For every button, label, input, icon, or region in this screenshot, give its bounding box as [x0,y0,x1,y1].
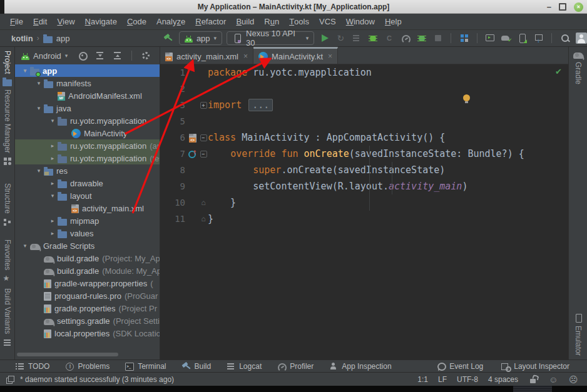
tree-row-app[interactable]: ▾app [15,64,160,77]
chevron-down-icon[interactable]: ▾ [34,168,44,174]
breadcrumb-item[interactable]: app [56,34,70,43]
menu-run[interactable]: Run [259,14,284,29]
device-select[interactable]: Nexus 10 API 30▾ [227,31,314,45]
debug-button[interactable] [367,32,379,44]
toolwindow-app-inspection[interactable]: App Inspection [329,361,391,371]
project-view-selector[interactable]: Android [33,51,61,61]
status-message[interactable]: * daemon started successfully (3 minutes… [20,375,174,384]
close-button[interactable]: × [574,3,583,12]
make-project-button[interactable] [163,32,175,44]
run-config-select[interactable]: app▾ [179,31,222,45]
tree-row-mipmap[interactable]: ▸mipmap [15,214,160,227]
code-line-1[interactable]: 1package ru.yotc.myapplication [160,64,568,81]
toolwindow-build[interactable]: Build [181,361,212,371]
code-line-11[interactable]: 11⌂} [160,211,568,227]
fold-marker[interactable]: + [199,102,208,109]
line-ending[interactable]: LF [438,375,447,384]
menu-navigate[interactable]: Navigate [80,14,122,29]
toolwindow-logcat[interactable]: Logcat [226,361,262,371]
encoding[interactable]: UTF-8 [457,375,478,384]
chevron-down-icon[interactable]: ▾ [48,118,58,124]
close-icon[interactable]: × [328,52,332,61]
fold-end-icon[interactable]: ⌂ [201,215,205,223]
code-line-7[interactable]: 7− override fun onCreate(savedInstanceSt… [160,146,568,162]
code-line-2[interactable]: 2 [160,81,568,97]
chevron-down-icon[interactable]: ▾ [48,193,58,199]
chevron-down-icon[interactable]: ▾ [20,243,30,249]
left-strip-structure[interactable]: Structure [0,183,14,227]
tree-row-mainactivity[interactable]: MainActivity [15,127,160,139]
menu-analyze[interactable]: Analyze [151,14,190,29]
chevron-right-icon[interactable]: ▸ [48,143,58,149]
run-on-emulator-button[interactable] [484,32,496,44]
code-line-9[interactable]: 9 setContentView(R.layout.activity_main) [160,178,568,194]
horizontal-scrollbar[interactable] [17,353,118,356]
fold-marker[interactable]: ⌂ [199,199,208,206]
menu-file[interactable]: File [5,14,28,29]
tab-activity-main-xml[interactable]: activity_main.xml× [160,47,253,64]
profile-button[interactable] [400,32,412,44]
right-strip-emulator[interactable]: Emulator [569,313,587,356]
toolwindow-layout-inspector[interactable]: Layout Inspector [501,361,569,371]
tree-row-values[interactable]: ▸values [15,227,160,239]
tree-row-gradle-wrapper-properties[interactable]: gradle-wrapper.properties( [15,277,160,289]
indent-setting[interactable]: 4 spaces [488,375,518,384]
tree-row-ru-yotc-myapplication[interactable]: ▾ru.yotc.myapplication [15,114,160,127]
chevron-down-icon[interactable]: ▾ [34,105,44,111]
toolwindow-event-log[interactable]: Event Log [436,361,483,371]
menu-help[interactable]: Help [380,14,407,29]
account-button[interactable] [575,32,587,44]
tree-row-drawable[interactable]: ▸drawable [15,177,160,189]
apply-changes-restart-button[interactable] [351,32,363,44]
minimize-button[interactable]: – [547,4,551,10]
settings-gear-button[interactable] [140,49,152,62]
menu-code[interactable]: Code [122,14,151,29]
fold-plus-icon[interactable]: + [200,102,207,109]
sad-face-icon[interactable] [568,374,578,384]
tree-row-build-gradle[interactable]: build.gradle(Project: My_Ap [15,252,160,264]
fold-marker[interactable]: − [199,151,208,158]
code-line-10[interactable]: 10⌂ } [160,194,568,211]
attach-debugger-button[interactable] [416,32,427,44]
menu-view[interactable]: View [52,14,79,29]
device-manager-button[interactable] [458,32,470,44]
unlocked-padlock-icon[interactable] [528,374,538,384]
tree-row-proguard-rules-pro[interactable]: proguard-rules.pro(ProGuar [15,289,160,302]
menu-build[interactable]: Build [231,14,259,29]
search-everywhere-button[interactable] [559,32,571,44]
menu-vcs[interactable]: VCS [314,14,341,29]
tree-row-gradle-properties[interactable]: gradle.properties(Project Pr [15,302,160,314]
sdk-manager-button[interactable] [533,32,545,44]
tree-row-layout[interactable]: ▾layout [15,189,160,202]
menu-edit[interactable]: Edit [28,14,52,29]
tree-row-build-gradle[interactable]: build.gradle(Module: My_Ap [15,264,160,277]
chevron-right-icon[interactable]: ▸ [48,180,58,186]
stop-button[interactable] [432,32,444,44]
code-line-5[interactable]: 5 [160,113,568,129]
fold-minus-icon[interactable]: − [200,151,207,158]
toolwindow-profiler[interactable]: Profiler [277,361,314,371]
tool-windows-icon[interactable] [5,374,15,384]
run-button[interactable] [319,32,330,44]
restore-button[interactable] [559,3,566,11]
expand-all-button[interactable] [111,49,124,62]
menu-window[interactable]: Window [341,14,380,29]
right-strip-gradle[interactable]: Gradle [569,50,587,84]
caret-position[interactable]: 1:1 [417,375,428,384]
toolwindow-terminal[interactable]: Terminal [125,361,166,371]
fold-end-icon[interactable]: ⌂ [201,199,205,206]
chevron-right-icon[interactable]: ▸ [48,218,58,224]
fold-minus-icon[interactable]: − [200,134,207,141]
menu-refactor[interactable]: Refactor [190,14,231,29]
layout-inspector-action-button[interactable] [517,32,529,44]
left-strip-resource-manager[interactable]: Resource Manager [0,89,14,166]
chevron-right-icon[interactable]: ▸ [48,155,58,161]
tree-row-local-properties[interactable]: local.properties(SDK Locatio [15,327,160,339]
rerun-button[interactable] [335,32,347,44]
code-area[interactable]: 1package ru.yotc.myapplication23+import … [160,64,568,227]
left-strip-project[interactable]: Project [0,51,14,86]
tab-mainactivity-kt[interactable]: MainActivity.kt× [253,47,338,64]
apply-code-changes-button[interactable] [384,32,396,44]
tree-row-gradle-scripts[interactable]: ▾Gradle Scripts [15,239,160,252]
toolwindow-todo[interactable]: TODO [15,361,49,371]
